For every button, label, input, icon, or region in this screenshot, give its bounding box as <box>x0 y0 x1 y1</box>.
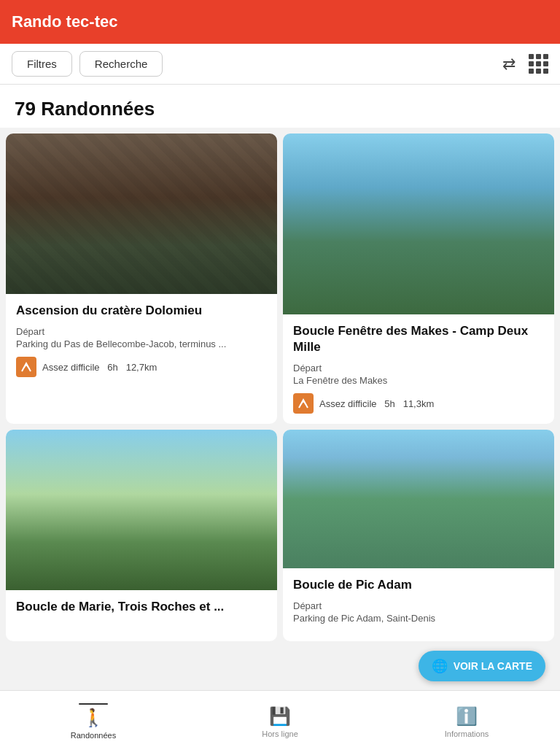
hike-depart-label-dolomieu: Départ <box>16 326 267 337</box>
nav-label-horsligne: Hors ligne <box>262 729 298 738</box>
filters-button[interactable]: Filtres <box>12 51 72 77</box>
info-icon: ℹ️ <box>456 706 478 727</box>
swap-icon[interactable]: ⇄ <box>502 55 516 74</box>
hike-card-makes[interactable]: Boucle Fenêtre des Makes - Camp Deux Mil… <box>283 133 554 424</box>
hike-image-dolomieu <box>6 133 277 294</box>
hike-title-makes: Boucle Fenêtre des Makes - Camp Deux Mil… <box>293 323 544 355</box>
save-icon: 💾 <box>269 706 291 727</box>
map-button-label: VOIR LA CARTE <box>454 660 532 672</box>
hike-image-picadam <box>283 430 554 568</box>
hike-title-picadam: Boucle de Pic Adam <box>293 577 544 593</box>
map-button[interactable]: 🌐 VOIR LA CARTE <box>419 651 545 681</box>
nav-active-bar-randonnees <box>79 703 108 705</box>
difficulty-badge-makes <box>293 393 314 414</box>
globe-icon: 🌐 <box>432 658 448 674</box>
hike-title-dolomieu: Ascension du cratère Dolomieu <box>16 303 267 319</box>
hike-card-body-makes: Boucle Fenêtre des Makes - Camp Deux Mil… <box>283 314 554 424</box>
hike-stats-dolomieu: Assez difficile 6h 12,7km <box>42 362 157 373</box>
hike-grid: Ascension du cratère Dolomieu Départ Par… <box>0 128 560 700</box>
search-button[interactable]: Recherche <box>79 51 163 77</box>
nav-label-randonnees: Randonnées <box>71 731 116 740</box>
hike-card-body-picadam: Boucle de Pic Adam Départ Parking de Pic… <box>283 568 554 641</box>
hike-card-marie[interactable]: Boucle de Marie, Trois Roches et ... <box>6 430 277 641</box>
walk-icon: 🚶 <box>82 708 104 728</box>
hike-count-title: 79 Randonnées <box>15 98 545 120</box>
hike-depart-value-dolomieu: Parking du Pas de Bellecombe-Jacob, term… <box>16 338 267 349</box>
hike-image-marie <box>6 430 277 590</box>
hike-title-marie: Boucle de Marie, Trois Roches et ... <box>16 599 267 615</box>
nav-item-horsligne[interactable]: 💾 Hors ligne <box>187 700 373 738</box>
nav-item-randonnees[interactable]: 🚶 Randonnées <box>0 699 187 740</box>
hike-card-dolomieu[interactable]: Ascension du cratère Dolomieu Départ Par… <box>6 133 277 424</box>
app-title: Rando tec-tec <box>12 12 117 31</box>
hike-depart-label-picadam: Départ <box>293 600 544 611</box>
hike-card-body-dolomieu: Ascension du cratère Dolomieu Départ Par… <box>6 294 277 387</box>
hike-depart-label-makes: Départ <box>293 363 544 374</box>
count-bar: 79 Randonnées <box>0 85 560 128</box>
hike-depart-value-makes: La Fenêtre des Makes <box>293 375 544 386</box>
hike-meta-dolomieu: Assez difficile 6h 12,7km <box>16 357 267 377</box>
hike-card-body-marie: Boucle de Marie, Trois Roches et ... <box>6 590 277 632</box>
app-header: Rando tec-tec <box>0 0 560 44</box>
toolbar: Filtres Recherche ⇄ <box>0 44 560 85</box>
hike-card-picadam[interactable]: Boucle de Pic Adam Départ Parking de Pic… <box>283 430 554 641</box>
toolbar-right: ⇄ <box>502 54 548 74</box>
difficulty-badge-dolomieu <box>16 357 36 377</box>
hike-depart-value-picadam: Parking de Pic Adam, Saint-Denis <box>293 613 544 624</box>
nav-item-informations[interactable]: ℹ️ Informations <box>373 700 560 738</box>
bottom-nav: 🚶 Randonnées 💾 Hors ligne ℹ️ Information… <box>0 690 560 747</box>
hike-meta-makes: Assez difficile 5h 11,3km <box>293 393 544 414</box>
hike-stats-makes: Assez difficile 5h 11,3km <box>319 398 434 409</box>
hike-image-makes <box>283 133 554 314</box>
grid-view-icon[interactable] <box>529 54 548 74</box>
nav-label-informations: Informations <box>445 729 489 738</box>
